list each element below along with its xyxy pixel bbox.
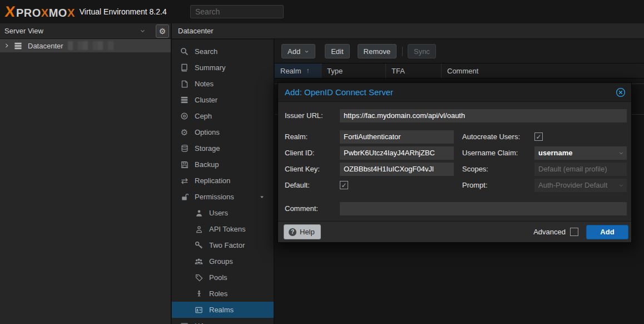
column-label: Comment [447,67,478,75]
datacenter-label: Datacenter [28,42,63,50]
remove-button[interactable]: Remove [358,44,397,58]
sort-ascending-icon: ↑ [306,67,310,75]
column-header-type[interactable]: Type [321,63,386,78]
sidebar-item-pools[interactable]: Pools [172,269,274,286]
page-title: Datacenter [178,27,214,35]
person-icon [194,289,204,298]
gear-icon: ⚙ [159,27,166,36]
sidebar-item-permissions[interactable]: Permissions [172,189,274,205]
sidebar-item-search[interactable]: Search [172,43,274,60]
chevron-down-icon [140,28,146,34]
sidebar-item-realms[interactable]: Realms [172,302,274,318]
sidebar-item-label: Groups [209,257,233,266]
advanced-label: Advanced [533,228,566,236]
ha-icon [180,322,189,324]
sidebar-item-label: Summary [195,63,226,72]
tree-settings-button[interactable]: ⚙ [156,24,169,38]
cluster-icon [180,96,189,104]
sidebar-item-two-factor[interactable]: Two Factor [172,237,274,253]
advanced-checkbox[interactable] [570,228,578,236]
tree-item-datacenter[interactable]: Datacenter [0,39,171,52]
sidebar-item-replication[interactable]: ⇄ Replication [172,173,274,189]
scopes-field[interactable]: Default (email profile) [534,163,627,176]
sidebar-item-groups[interactable]: Groups [172,253,274,269]
scopes-label: Scopes: [462,163,488,176]
add-button[interactable]: Add [281,44,315,58]
version-label: Virtual Environment 8.2.4 [80,7,167,16]
close-icon[interactable] [616,87,626,97]
username-claim-select[interactable]: username [534,146,627,160]
note-icon [180,80,189,88]
sidebar-item-label: Ceph [195,112,212,120]
issuer-url-field[interactable]: https://fac.mydomain.com/api/vl/oauth [340,109,627,122]
brand-letter: X [67,7,75,19]
prompt-label: Prompt: [462,179,488,192]
tree-view-selector[interactable]: Server View ⚙ [0,23,171,39]
book-icon [180,63,189,72]
edit-button[interactable]: Edit [325,44,349,58]
sidebar-item-options[interactable]: ⚙ Options [172,124,274,140]
chevron-down-icon [304,49,309,54]
column-label: TFA [392,67,405,75]
sidebar-item-label: Storage [195,144,220,153]
sidebar-item-users[interactable]: Users [172,205,274,221]
sidebar-item-label: HA [195,322,205,324]
sidebar-item-label: Realms [209,306,234,314]
dialog-footer: ? Help Advanced Add [278,221,631,242]
replication-icon: ⇄ [180,176,189,185]
sidebar-item-notes[interactable]: Notes [172,76,274,92]
sidebar-item-backup[interactable]: Backup [172,156,274,173]
sidebar-item-label: Permissions [195,193,234,201]
resource-tree-panel: Server View ⚙ Datacenter [0,23,171,324]
sidebar-item-roles[interactable]: Roles [172,286,274,302]
column-header-realm[interactable]: Realm ↑ [275,63,321,78]
sidebar-item-label: Replication [195,176,230,185]
sidebar-item-label: Notes [195,80,214,88]
default-label: Default: [285,179,310,192]
client-id-label: Client ID: [285,146,314,160]
sidebar-item-cluster[interactable]: Cluster [172,92,274,108]
client-key-label: Client Key: [285,163,320,176]
column-header-comment[interactable]: Comment [442,63,644,78]
sidebar-item-label: Roles [209,289,227,298]
autocreate-users-checkbox[interactable]: ✓ [534,132,543,141]
sidebar-item-storage[interactable]: Storage [172,140,274,156]
question-icon: ? [289,228,296,236]
issuer-url-label: Issuer URL: [285,109,323,122]
dialog-add-button[interactable]: Add [586,225,628,239]
chevron-right-icon[interactable] [4,43,9,48]
datacenter-nav-menu: Search Summary Notes Cluster Ceph ⚙ Opti… [172,40,274,324]
sidebar-item-api-tokens[interactable]: API Tokens [172,221,274,237]
column-header-tfa[interactable]: TFA [386,63,442,78]
client-key-field[interactable]: OZBBbst4H1IuICXogF04vJl [340,163,454,176]
proxmox-screen: X PROXMOX Virtual Environment 8.2.4 Serv… [0,0,644,324]
sidebar-item-label: Options [195,128,220,136]
realm-field[interactable]: FortiAuthenticator [340,130,454,144]
realms-toolbar: Add Edit Remove Sync [275,40,644,63]
redacted-hostname [68,41,113,50]
prompt-select[interactable]: Auth-Provider Default [534,179,627,192]
default-checkbox[interactable]: ✓ [340,181,348,189]
sidebar-item-label: Pools [209,273,227,282]
chevron-down-icon [618,183,624,188]
chevron-down-icon [618,150,624,156]
sync-button[interactable]: Sync [408,44,436,58]
brand-letter: PRO [16,7,41,19]
dialog-header: Add: OpenID Connect Server [278,83,631,102]
sidebar-item-summary[interactable]: Summary [172,60,274,76]
caret-down-icon[interactable] [257,194,266,200]
content-header: Datacenter [172,23,644,39]
sidebar-item-ceph[interactable]: Ceph [172,108,274,124]
id-card-icon [194,306,204,314]
sidebar-item-label: Users [209,209,228,217]
sidebar-item-ha[interactable]: HA [172,318,274,324]
username-claim-label: Username Claim: [462,146,518,160]
comment-field[interactable] [340,202,627,215]
floppy-icon [180,161,189,169]
sidebar-item-label: Two Factor [209,241,245,249]
client-id-field[interactable]: PwbrK6Utcz4IayJ4ARhjZBC [340,146,454,160]
sidebar-item-label: Search [195,47,217,56]
top-bar: X PROXMOX Virtual Environment 8.2.4 [0,0,644,23]
global-search-input[interactable] [190,5,284,18]
help-button[interactable]: ? Help [284,224,321,239]
